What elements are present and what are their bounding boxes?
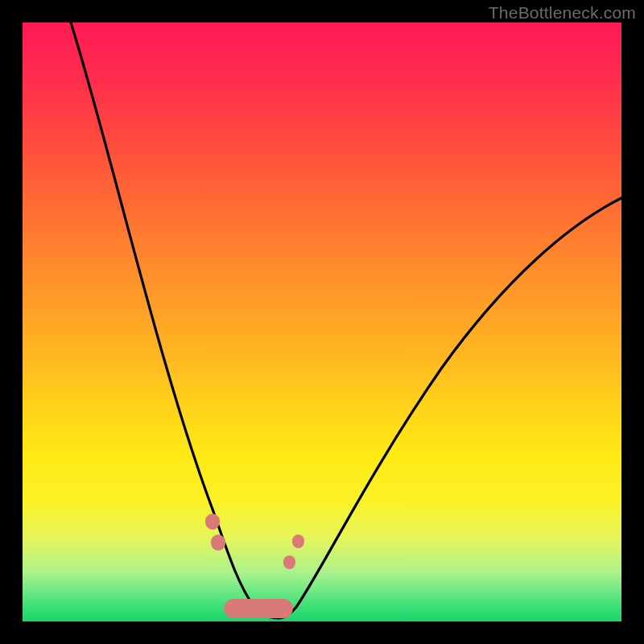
watermark-text: TheBottleneck.com [489, 3, 636, 23]
plot-area [23, 23, 621, 621]
chart-frame: TheBottleneck.com [0, 0, 644, 644]
blob-right-lower [283, 555, 295, 569]
blob-left-lower [211, 535, 225, 551]
blob-bottom-bar [224, 599, 293, 618]
blob-right-upper [292, 535, 304, 548]
bottleneck-curve [23, 23, 621, 621]
blob-left-upper [205, 514, 220, 530]
